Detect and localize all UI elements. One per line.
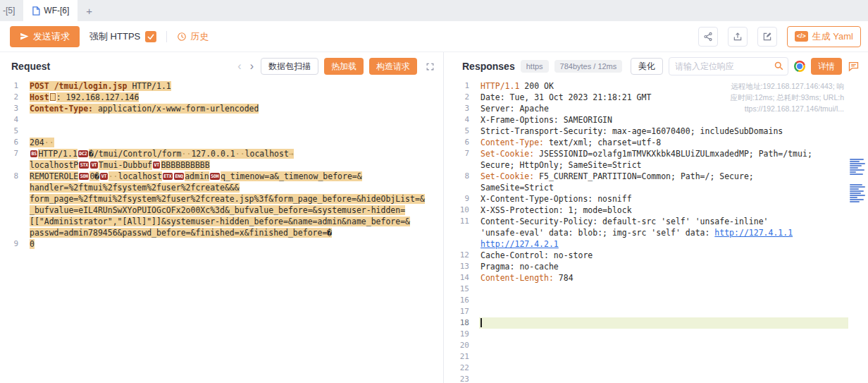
code-line: form_page=%2ftmui%2fsystem%2fuser%2fcrea…: [0, 193, 443, 205]
control-char-badge: BS: [30, 150, 37, 157]
code-text: Date: Tue, 31 Oct 2023 21:18:21 GMT: [480, 92, 651, 102]
line-number: 23: [451, 374, 479, 383]
line-number: 4: [0, 114, 28, 126]
line-number: 7: [0, 148, 28, 159]
code-text: application/x-www-form-urlencoded: [93, 104, 259, 114]
control-char-badge: SOH: [210, 173, 220, 180]
code-text: localhost: [118, 171, 162, 181]
chrome-icon[interactable]: [794, 61, 805, 72]
code-line: http://127.4.2.1: [451, 238, 868, 250]
code-text: 0: [30, 239, 35, 249]
fuzzer-toolbar: 发送请求 强制 HTTPS 历史: [0, 21, 868, 52]
tab-active[interactable]: WF-[6]: [23, 0, 78, 21]
line-number: 6: [451, 137, 479, 148]
line-number: 12: [451, 250, 479, 261]
edit-button[interactable]: [757, 27, 777, 47]
code-text: Host: [30, 92, 49, 102]
history-label: 历史: [190, 30, 209, 43]
response-meta-annotation: 应时间:12ms; 总耗时:93ms; URL:h: [730, 92, 844, 103]
line-number: [0, 193, 28, 205]
line-number: 2: [0, 92, 28, 103]
line-number: [451, 182, 479, 193]
line-number: [0, 227, 28, 238]
code-text: HTTP/1.1: [38, 149, 77, 159]
add-tab-button[interactable]: +: [78, 0, 101, 21]
code-line: Secure; HttpOnly; SameSite=Strict: [451, 159, 868, 171]
response-panel: Responses https 784bytes / 12ms 美化 详情: [451, 52, 868, 383]
code-line: 5: [0, 126, 443, 137]
code-line: 16: [451, 295, 868, 306]
beautify-button[interactable]: 美化: [631, 58, 663, 75]
code-line: 1HTTP/1.1 200 OK远程地址:192.168.127.146:443…: [451, 80, 868, 92]
code-line: _bufvalue=eIL4RUnSwXYoPUIOGcOFx2o00Xc%3d…: [0, 205, 443, 216]
code-text: Content-Type:: [480, 138, 544, 147]
code-text: localhost: [245, 149, 289, 159]
code-text: X-XSS-Protection: 1; mode=block: [480, 205, 632, 215]
details-button[interactable]: 详情: [811, 58, 842, 75]
line-number: 18: [451, 317, 479, 329]
panel-splitter[interactable]: [444, 52, 451, 383]
code-text: Pragma: no-cache: [480, 262, 559, 272]
construct-request-button[interactable]: 构造请求: [369, 58, 417, 75]
code-line: 12Cache-Control: no-store: [451, 250, 868, 261]
code-text: http://127.4.1.1: [714, 228, 793, 238]
code-text: 127.0.0.1: [191, 149, 235, 159]
force-https-toggle[interactable]: 强制 HTTPS: [89, 30, 156, 43]
checkbox-checked-icon[interactable]: [145, 31, 156, 42]
response-meta-annotation: 远程地址:192.168.127.146:443; 响: [731, 80, 844, 92]
code-line: 13Pragma: no-cache: [451, 261, 868, 272]
fullscreen-icon[interactable]: [426, 62, 435, 71]
chat-icon[interactable]: [848, 61, 860, 72]
response-editor[interactable]: 1HTTP/1.1 200 OK远程地址:192.168.127.146:443…: [451, 80, 868, 383]
code-line: 4: [0, 114, 443, 126]
code-line: 15: [451, 284, 868, 295]
code-text: Content-Length:: [480, 273, 554, 283]
code-text: form_page=%2ftmui%2fsystem%2fuser%2fcrea…: [30, 194, 425, 204]
control-char-badge: STX: [79, 162, 89, 169]
code-line: 17: [451, 306, 868, 317]
search-icon[interactable]: [774, 61, 784, 71]
export-icon: [733, 32, 743, 42]
tab-prev[interactable]: -[5]: [0, 0, 23, 21]
packet-scan-button[interactable]: 数据包扫描: [261, 58, 318, 75]
code-text: : 192.168.127.146: [56, 92, 140, 102]
code-text: Secure; HttpOnly; SameSite=Strict: [480, 160, 641, 170]
line-number: 1: [451, 80, 479, 92]
generate-yaml-button[interactable]: </> 生成 Yaml: [787, 26, 861, 47]
code-line: handler=%2ftmui%2fsystem%2fuser%2fcreate…: [0, 182, 443, 193]
export-button[interactable]: [728, 27, 748, 47]
code-text: 204: [30, 138, 44, 147]
code-text: http://127.4.2.1: [480, 239, 559, 249]
code-text: JSESSIONID=ozlafg1mTMVKXkbk4BLUiZULmxade…: [534, 149, 812, 159]
history-button[interactable]: 历史: [177, 30, 209, 43]
share-button[interactable]: [698, 27, 718, 47]
line-number: 22: [451, 363, 479, 374]
code-text: text/xml; charset=utf-8: [544, 138, 661, 147]
line-number: 2: [451, 92, 479, 103]
prev-request-button[interactable]: ‹: [236, 61, 242, 72]
next-request-button[interactable]: ›: [249, 61, 255, 72]
search-input[interactable]: [669, 57, 788, 75]
code-text: /tmui/login.jsp: [54, 81, 132, 91]
response-panel-header: Responses https 784bytes / 12ms 美化 详情: [451, 52, 868, 80]
code-text: HTTP/1.1: [480, 81, 519, 91]
line-number: 15: [451, 284, 479, 295]
code-line: 19: [451, 329, 868, 340]
code-line: 18: [451, 317, 868, 329]
code-text: Server: Apache: [480, 104, 549, 114]
edit-icon: [762, 32, 772, 42]
code-text: q_timenow=a&_timenow_before=&: [221, 171, 362, 181]
line-number: 17: [451, 306, 479, 317]
code-line: 90: [0, 238, 443, 250]
minimap[interactable]: [848, 80, 868, 383]
code-text: →: [289, 149, 294, 159]
code-text: 'unsafe-eval' data: blob:; img-src 'self…: [480, 228, 714, 238]
line-number: [0, 216, 28, 227]
request-editor[interactable]: 1POST /tmui/login.jsp HTTP/1.12Host: 192…: [0, 80, 443, 383]
code-text: F5_CURRENT_PARTITION=Common; Path=/; Sec…: [534, 171, 754, 181]
line-number: 21: [451, 351, 479, 363]
send-request-button[interactable]: 发送请求: [10, 26, 80, 47]
control-char-badge: VT: [153, 162, 160, 169]
code-text: �: [89, 149, 94, 159]
hot-reload-button[interactable]: 热加载: [324, 58, 364, 75]
